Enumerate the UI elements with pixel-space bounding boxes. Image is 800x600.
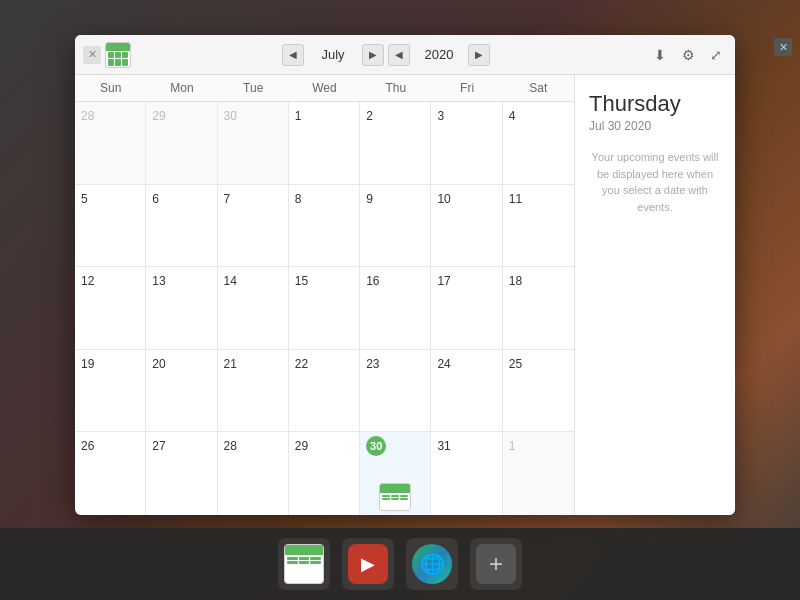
cal-cell[interactable]: 19 [75,350,146,432]
cell-num: 23 [366,357,379,371]
maximize-icon[interactable]: ⤢ [705,44,727,66]
week-2: 5 6 7 8 9 10 11 [75,185,574,268]
week-1: 28 29 30 1 2 3 4 [75,102,574,185]
cal-icon-grid [285,555,323,566]
taskbar-media-player[interactable] [342,538,394,590]
cal-cell[interactable]: 4 [503,102,574,184]
cell-num: 2 [366,109,373,123]
cal-cell[interactable]: 7 [218,185,289,267]
bg-close-button[interactable]: ✕ [774,38,792,56]
header-fri: Fri [431,75,502,101]
cal-cell[interactable]: 30 [218,102,289,184]
cal-cell[interactable]: 27 [146,432,217,515]
cal-cell[interactable]: 26 [75,432,146,515]
widget-grid [380,493,410,501]
taskbar: 🌐 + [0,528,800,600]
cell-num: 27 [152,439,165,453]
cell-num: 19 [81,357,94,371]
cal-cell[interactable]: 11 [503,185,574,267]
cal-cell[interactable]: 28 [75,102,146,184]
cell-num: 1 [295,109,302,123]
week-3: 12 13 14 15 16 17 18 [75,267,574,350]
cal-cell[interactable]: 20 [146,350,217,432]
cal-cell[interactable]: 16 [360,267,431,349]
calendar-weeks: 28 29 30 1 2 3 4 5 6 7 8 9 10 11 [75,102,574,515]
week-4: 19 20 21 22 23 24 25 [75,350,574,433]
cell-num: 8 [295,192,302,206]
cal-cell[interactable]: 21 [218,350,289,432]
cell-num: 1 [509,439,516,453]
cal-cell[interactable]: 10 [431,185,502,267]
cell-num: 13 [152,274,165,288]
header-tue: Tue [218,75,289,101]
widget-top [380,484,410,493]
cell-num: 9 [366,192,373,206]
cell-num: 10 [437,192,450,206]
cal-cell[interactable]: 9 [360,185,431,267]
month-prev-button[interactable]: ◀ [282,44,304,66]
year-label: 2020 [414,47,464,62]
month-label: July [308,47,358,62]
calendar-icon[interactable] [105,42,131,68]
cell-num: 12 [81,274,94,288]
cal-cell[interactable]: 29 [146,102,217,184]
cal-cell[interactable]: 22 [289,350,360,432]
cal-cell[interactable]: 17 [431,267,502,349]
calendar-body: Sun Mon Tue Wed Thu Fri Sat 28 29 30 1 2… [75,75,735,515]
cell-num: 28 [81,109,94,123]
cal-icon-grid [106,51,130,67]
cell-num: 18 [509,274,522,288]
taskbar-add[interactable]: + [470,538,522,590]
settings-icon[interactable]: ⚙ [677,44,699,66]
titlebar-actions: ⬇ ⚙ ⤢ [649,44,727,66]
cell-num: 14 [224,274,237,288]
year-prev-button[interactable]: ◀ [388,44,410,66]
cell-num: 29 [152,109,165,123]
cal-cell[interactable]: 23 [360,350,431,432]
today-num: 30 [366,436,386,456]
cal-cell[interactable]: 8 [289,185,360,267]
cal-cell[interactable]: 1 [503,432,574,515]
cal-cell[interactable]: 3 [431,102,502,184]
cell-num: 25 [509,357,522,371]
cal-cell[interactable]: 14 [218,267,289,349]
cal-cell[interactable]: 12 [75,267,146,349]
cell-num: 21 [224,357,237,371]
cell-num: 17 [437,274,450,288]
cal-cell[interactable]: 24 [431,350,502,432]
year-next-button[interactable]: ▶ [468,44,490,66]
cell-num: 22 [295,357,308,371]
cal-cell[interactable]: 31 [431,432,502,515]
cal-icon-top [106,43,130,51]
cal-cell[interactable]: 5 [75,185,146,267]
import-icon[interactable]: ⬇ [649,44,671,66]
cell-num: 15 [295,274,308,288]
cell-num: 11 [509,192,522,206]
side-date: Jul 30 2020 [589,119,721,133]
cell-num: 24 [437,357,450,371]
cell-num: 30 [224,109,237,123]
days-header: Sun Mon Tue Wed Thu Fri Sat [75,75,574,102]
cal-cell-today[interactable]: 30 [360,432,431,515]
cal-cell[interactable]: 1 [289,102,360,184]
taskbar-browser[interactable]: 🌐 [406,538,458,590]
cal-cell[interactable]: 25 [503,350,574,432]
cell-num: 5 [81,192,88,206]
calendar-taskbar-icon [284,544,324,584]
cal-cell[interactable]: 13 [146,267,217,349]
calendar-grid-area: Sun Mon Tue Wed Thu Fri Sat 28 29 30 1 2… [75,75,575,515]
month-nav: ◀ July ▶ [282,44,384,66]
cal-top [285,545,323,555]
cal-cell[interactable]: 29 [289,432,360,515]
cal-cell[interactable]: 15 [289,267,360,349]
year-nav: ◀ 2020 ▶ [388,44,490,66]
cal-cell[interactable]: 6 [146,185,217,267]
cal-cell[interactable]: 18 [503,267,574,349]
header-mon: Mon [146,75,217,101]
cal-cell[interactable]: 28 [218,432,289,515]
month-next-button[interactable]: ▶ [362,44,384,66]
close-button[interactable]: ✕ [83,46,101,64]
cal-cell[interactable]: 2 [360,102,431,184]
taskbar-calendar[interactable] [278,538,330,590]
side-events-message: Your upcoming events will be displayed h… [589,149,721,215]
